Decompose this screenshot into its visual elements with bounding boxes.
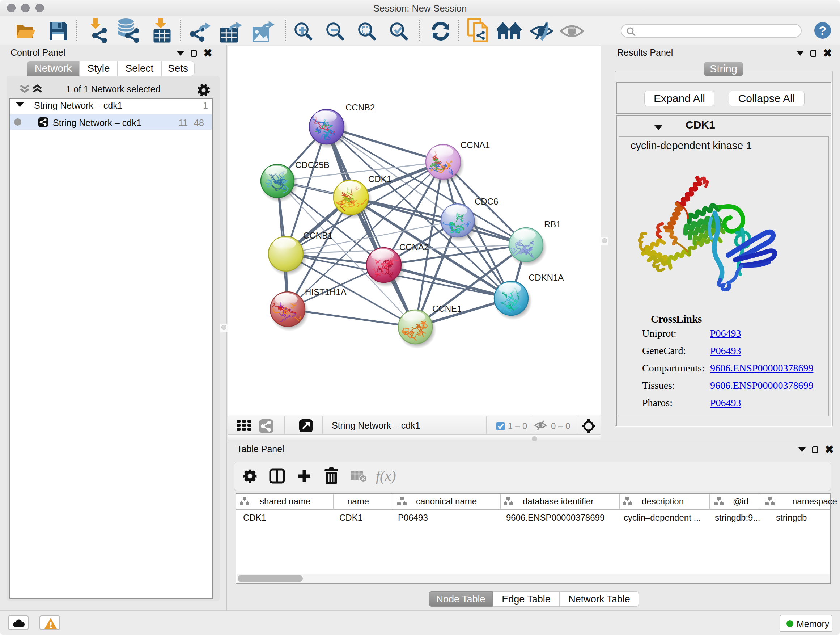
svg-text:CDC6: CDC6 <box>475 196 498 206</box>
svg-text:HIST1H1A: HIST1H1A <box>305 287 347 297</box>
svg-text:?: ? <box>819 24 827 37</box>
svg-text:CCNE1: CCNE1 <box>432 304 462 314</box>
svg-text:CCNA1: CCNA1 <box>461 140 490 150</box>
svg-text:CDC25B: CDC25B <box>295 160 330 170</box>
svg-text:1 – 0: 1 – 0 <box>508 421 527 431</box>
svg-text:CDKN1A: CDKN1A <box>529 272 564 282</box>
svg-text:0 – 0: 0 – 0 <box>551 421 570 431</box>
svg-text:CCNB1: CCNB1 <box>303 231 332 241</box>
svg-text:String Network – cdk1: String Network – cdk1 <box>332 420 420 431</box>
svg-text:CDK1: CDK1 <box>368 174 392 184</box>
svg-text:CCNB2: CCNB2 <box>346 103 375 112</box>
svg-text:CCNA2: CCNA2 <box>399 242 429 252</box>
svg-text:RB1: RB1 <box>544 219 561 229</box>
svg-text:f(x): f(x) <box>376 468 396 484</box>
